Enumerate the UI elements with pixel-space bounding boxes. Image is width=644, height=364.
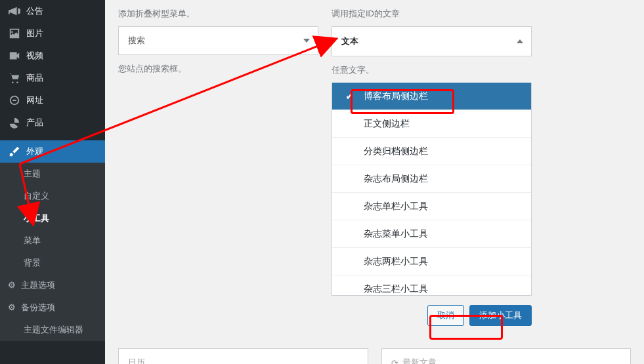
widget-title: 文本 <box>341 35 358 47</box>
dropdown-label: 搜索 <box>128 35 145 47</box>
add-widget-button[interactable]: 添加小工具 <box>469 305 532 326</box>
menu-announce[interactable]: 公告 <box>0 0 105 22</box>
area-option-magazine-three[interactable]: 杂志三栏小工具 <box>332 275 531 296</box>
widget-column-right: 调用指定ID的文章 文本 任意文字。 博客布局侧边栏 正文侧边栏 分类归档侧边栏… <box>332 0 532 335</box>
menu-label: 商品 <box>26 72 43 84</box>
area-option-magazine-menu[interactable]: 杂志菜单小工具 <box>332 220 531 248</box>
search-widget-dropdown[interactable]: 搜索 <box>118 26 318 55</box>
recent-posts-widget[interactable]: ⟳最新文章 <box>381 348 632 364</box>
appearance-submenu: 主题 自定义 小工具 菜单 背景 ⚙主题选项 ⚙备份选项 主题文件编辑器 <box>0 163 105 341</box>
area-option-magazine-single[interactable]: 杂志单栏小工具 <box>332 193 531 220</box>
submenu-theme-options[interactable]: ⚙主题选项 <box>0 274 105 296</box>
menu-label: 公告 <box>26 5 43 17</box>
help-text: 您站点的搜索框。 <box>118 55 318 81</box>
menu-label: 图片 <box>26 28 43 39</box>
menu-label: 产品 <box>26 117 43 129</box>
widget-label: 日历 <box>128 357 145 364</box>
bottom-widget-row: 日历 ⟳最新文章 <box>118 335 631 364</box>
menu-url[interactable]: 网址 <box>0 89 105 111</box>
brush-icon <box>8 145 21 158</box>
product-icon <box>8 116 21 129</box>
submenu-theme-editor[interactable]: 主题文件编辑器 <box>0 319 105 341</box>
submenu-customize[interactable]: 自定义 <box>0 185 105 207</box>
menu-video[interactable]: 视频 <box>0 45 105 67</box>
area-option-archive-sidebar[interactable]: 分类归档侧边栏 <box>332 138 531 165</box>
help-text: 调用指定ID的文章 <box>332 0 532 26</box>
area-option-magazine-sidebar[interactable]: 杂志布局侧边栏 <box>332 165 531 193</box>
menu-label: 视频 <box>26 50 43 62</box>
widget-column-left: 添加折叠树型菜单。 搜索 您站点的搜索框。 <box>118 0 318 81</box>
megaphone-icon <box>8 5 21 18</box>
main-content: 添加折叠树型菜单。 搜索 您站点的搜索框。 调用指定ID的文章 文本 任意文字。… <box>105 0 644 364</box>
help-text: 添加折叠树型菜单。 <box>118 0 318 26</box>
chevron-up-icon <box>517 39 523 43</box>
text-widget-panel: 文本 <box>332 26 532 56</box>
menu-products[interactable]: 商品 <box>0 67 105 89</box>
menu-label: 网址 <box>26 94 43 106</box>
sidebar-area-list[interactable]: 博客布局侧边栏 正文侧边栏 分类归档侧边栏 杂志布局侧边栏 杂志单栏小工具 杂志… <box>332 83 532 296</box>
widget-label: 最新文章 <box>402 357 437 364</box>
area-option-content-sidebar[interactable]: 正文侧边栏 <box>332 110 531 138</box>
cart-icon <box>8 71 21 85</box>
submenu-backup-options[interactable]: ⚙备份选项 <box>0 296 105 319</box>
cancel-button[interactable]: 取消 <box>427 305 464 326</box>
menu-images[interactable]: 图片 <box>0 22 105 45</box>
menu-appearance[interactable]: 外观 <box>0 140 105 163</box>
help-text: 任意文字。 <box>332 56 532 83</box>
menu-label: 外观 <box>26 146 43 157</box>
submenu-menus[interactable]: 菜单 <box>0 230 105 252</box>
image-icon <box>8 27 21 40</box>
text-widget-header[interactable]: 文本 <box>332 27 531 56</box>
submenu-widgets[interactable]: 小工具 <box>0 207 105 230</box>
admin-sidebar: 公告 图片 视频 商品 网址 产品 外观 主题 自定义 小工具 菜单 背景 ⚙主… <box>0 0 105 364</box>
menu-product[interactable]: 产品 <box>0 111 105 134</box>
link-icon <box>8 94 21 107</box>
area-option-magazine-two[interactable]: 杂志两栏小工具 <box>332 248 531 275</box>
video-icon <box>8 49 21 62</box>
dialog-actions: 取消 添加小工具 <box>332 296 532 335</box>
submenu-themes[interactable]: 主题 <box>0 163 105 185</box>
area-option-blog-sidebar[interactable]: 博客布局侧边栏 <box>332 83 531 110</box>
calendar-widget[interactable]: 日历 <box>118 348 368 364</box>
submenu-background[interactable]: 背景 <box>0 252 105 274</box>
chevron-down-icon <box>303 39 310 43</box>
